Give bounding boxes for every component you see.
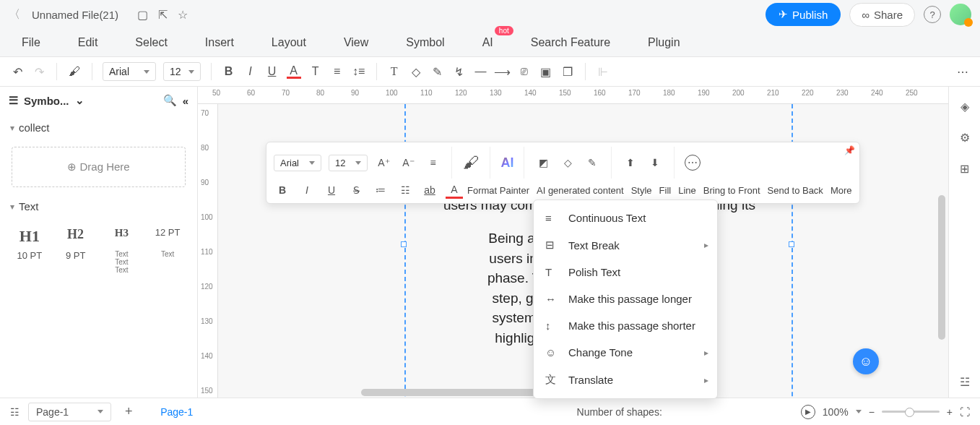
align-toggle-icon[interactable]: ≡ bbox=[424, 154, 441, 171]
chevron-down-icon[interactable]: ⌄ bbox=[75, 94, 84, 107]
format-painter-icon[interactable]: 🖌 bbox=[67, 64, 82, 79]
menu-view[interactable]: View bbox=[344, 36, 368, 49]
font-select[interactable]: Arial bbox=[103, 62, 156, 81]
more-options-icon[interactable]: ⋯ bbox=[685, 155, 701, 171]
text-h2[interactable]: H2 bbox=[55, 227, 97, 246]
section-text[interactable]: Text bbox=[0, 193, 197, 220]
zoom-in-icon[interactable]: + bbox=[947, 406, 953, 418]
apps-icon[interactable]: ⊞ bbox=[960, 162, 969, 176]
bullets-icon[interactable]: ≔ bbox=[372, 181, 389, 199]
bold-icon[interactable]: B bbox=[222, 64, 236, 79]
play-icon[interactable]: ▶ bbox=[801, 405, 815, 419]
pen-icon[interactable]: ✎ bbox=[430, 64, 445, 79]
ai-label[interactable]: AI generated content bbox=[537, 185, 624, 196]
ai-item-change-tone[interactable]: ☺Change Tone▸ bbox=[534, 339, 717, 366]
ft-size-select[interactable]: 12 bbox=[329, 155, 368, 171]
format-painter-btn[interactable]: 🖌 bbox=[462, 154, 480, 171]
font-size-select[interactable]: 12 bbox=[163, 62, 201, 81]
section-collect[interactable]: collect bbox=[0, 114, 197, 141]
text-12pt[interactable]: 12 PT bbox=[147, 227, 188, 246]
italic-icon[interactable]: I bbox=[298, 181, 316, 199]
text-h3[interactable]: H3 bbox=[101, 227, 143, 246]
style-icon[interactable]: ◩ bbox=[534, 154, 552, 171]
font-color-icon[interactable]: A bbox=[287, 64, 301, 79]
vertical-scrollbar[interactable] bbox=[938, 195, 945, 340]
undo-icon[interactable]: ↶ bbox=[10, 64, 25, 79]
layers-icon[interactable]: ❐ bbox=[560, 64, 575, 79]
back-icon[interactable]: 〈 bbox=[9, 7, 20, 22]
settings-icon[interactable]: ⚙ bbox=[960, 131, 970, 145]
line-height-icon[interactable]: ↕≡ bbox=[352, 64, 366, 79]
page-select[interactable]: Page-1 bbox=[28, 403, 111, 421]
horizontal-scrollbar[interactable] bbox=[361, 389, 542, 396]
publish-button[interactable]: ✈ Publish bbox=[766, 3, 841, 26]
menu-plugin[interactable]: Plugin bbox=[648, 36, 680, 49]
add-page-button[interactable]: + bbox=[120, 403, 137, 421]
strike-icon[interactable]: S̶ bbox=[347, 181, 365, 199]
text-tool-icon[interactable]: T bbox=[387, 64, 402, 79]
arrange-icon[interactable]: ⎚ bbox=[517, 64, 532, 79]
numbering-icon[interactable]: ☷ bbox=[396, 181, 414, 199]
text-h1[interactable]: H1 bbox=[9, 227, 51, 246]
zoom-out-icon[interactable]: − bbox=[869, 406, 875, 418]
help-icon[interactable]: ? bbox=[924, 6, 941, 23]
menu-edit[interactable]: Edit bbox=[78, 36, 98, 49]
collapse-icon[interactable]: « bbox=[183, 95, 188, 107]
export-icon[interactable]: ⇱ bbox=[158, 8, 168, 22]
text-9pt[interactable]: 9 PT bbox=[55, 250, 97, 274]
text-10pt[interactable]: 10 PT bbox=[9, 250, 51, 274]
decrease-font-icon[interactable]: A⁻ bbox=[399, 154, 417, 171]
pin-icon[interactable]: 📌 bbox=[844, 145, 855, 155]
star-icon[interactable]: ☆ bbox=[178, 8, 188, 22]
line-icon[interactable]: ✎ bbox=[584, 154, 601, 171]
highlight-icon[interactable]: ab bbox=[421, 181, 438, 199]
ai-item-translate[interactable]: 文Translate▸ bbox=[534, 366, 717, 394]
avatar[interactable] bbox=[950, 4, 971, 25]
send-back-label[interactable]: Send to Back bbox=[768, 185, 823, 196]
outline-icon[interactable]: ☷ bbox=[10, 406, 19, 418]
increase-font-icon[interactable]: A⁺ bbox=[375, 154, 392, 171]
save-icon[interactable]: ▢ bbox=[137, 8, 148, 22]
menu-layout[interactable]: Layout bbox=[272, 36, 306, 49]
align-icon[interactable]: ≡ bbox=[330, 64, 344, 79]
bring-front-icon[interactable]: ⬆ bbox=[622, 154, 639, 171]
ft-font-select[interactable]: Arial bbox=[274, 155, 321, 171]
bring-front-label[interactable]: Bring to Front bbox=[703, 185, 760, 196]
connector-icon[interactable]: ↯ bbox=[452, 64, 467, 79]
search-icon[interactable]: 🔍 bbox=[163, 94, 177, 107]
theme-icon[interactable]: ◈ bbox=[961, 100, 969, 113]
ai-item-continuous-text[interactable]: ≡Continuous Text bbox=[534, 205, 717, 231]
text-case-icon[interactable]: T bbox=[308, 64, 323, 79]
menu-search-feature[interactable]: Search Feature bbox=[531, 36, 610, 49]
text-color-icon[interactable]: A bbox=[446, 181, 463, 199]
send-back-icon[interactable]: ⬇ bbox=[646, 154, 664, 171]
ai-item-make-this-passage-shorter[interactable]: ↕Make this passage shorter bbox=[534, 312, 717, 339]
chat-bubble-icon[interactable]: ☺ bbox=[853, 348, 879, 374]
text-stack[interactable]: Text Text Text bbox=[101, 250, 143, 274]
drag-here[interactable]: Drag Here bbox=[12, 147, 186, 187]
more-icon[interactable]: ⋯ bbox=[955, 64, 970, 79]
bold-icon[interactable]: B bbox=[274, 181, 291, 199]
group-icon[interactable]: ▣ bbox=[539, 64, 553, 79]
text-single[interactable]: Text bbox=[147, 250, 188, 274]
underline-icon[interactable]: U bbox=[323, 181, 340, 199]
line-label[interactable]: Line bbox=[678, 185, 696, 196]
ai-item-polish-text[interactable]: TPolish Text bbox=[534, 259, 717, 286]
menu-symbol[interactable]: Symbol bbox=[406, 36, 444, 49]
menu-select[interactable]: Select bbox=[135, 36, 167, 49]
menu-ai[interactable]: AIhot bbox=[482, 36, 493, 49]
ai-icon[interactable]: AI bbox=[500, 155, 513, 171]
fill-label[interactable]: Fill bbox=[659, 185, 672, 196]
zoom-value[interactable]: 100% bbox=[823, 406, 849, 418]
fill-icon[interactable]: ◇ bbox=[409, 64, 423, 79]
more-label[interactable]: More bbox=[831, 185, 852, 196]
fullscreen-icon[interactable]: ⛶ bbox=[960, 406, 970, 418]
menu-file[interactable]: File bbox=[22, 36, 40, 49]
align-objects-icon[interactable]: ⊩ bbox=[596, 64, 610, 79]
ai-item-make-this-passage-longer[interactable]: ↔Make this passage longer bbox=[534, 286, 717, 312]
arrow-style-icon[interactable]: ⟶ bbox=[495, 64, 510, 79]
line-style-icon[interactable]: — bbox=[474, 64, 488, 79]
menu-toggle-icon[interactable]: ☳ bbox=[960, 375, 970, 389]
redo-icon[interactable]: ↷ bbox=[32, 64, 46, 79]
active-page-tab[interactable]: Page-1 bbox=[160, 406, 193, 418]
